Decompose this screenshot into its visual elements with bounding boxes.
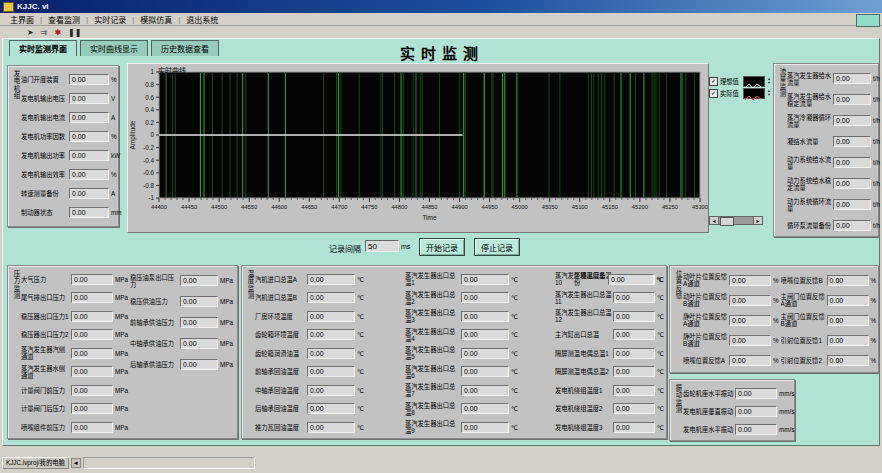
svg-text:44450: 44450 — [181, 204, 197, 210]
status-bar: KJJC.lvproj/我的电脑 ◄ — [0, 456, 882, 469]
field-label: 蒸汽发生器出口总温8 — [405, 402, 461, 416]
field-row: 发电机输出电压0.00V — [21, 89, 122, 108]
field-value: 0.00 — [613, 292, 655, 303]
svg-text:45200: 45200 — [632, 204, 648, 210]
field-label: 引射位置反馈2 — [781, 357, 827, 364]
field-value: 0.00 — [71, 329, 113, 340]
status-scroll-left-icon[interactable]: ◄ — [71, 458, 81, 468]
field-value: 0.00 — [461, 292, 509, 303]
field-label: 发电机输出电压 — [21, 95, 69, 102]
menu-item-5[interactable]: 退出系统 — [180, 14, 224, 25]
field-unit: mm/s — [779, 426, 794, 433]
field-row: 前轴承回油温度0.00℃ — [255, 363, 403, 382]
tab-3[interactable]: 历史数据查看 — [151, 40, 219, 56]
scrollbar-thumb[interactable] — [720, 217, 734, 226]
status-project-label[interactable]: KJJC.lvproj/我的电脑 — [2, 457, 69, 469]
field-unit: t/h — [873, 180, 880, 187]
start-record-button[interactable]: 开始记录 — [419, 238, 465, 256]
field-unit: % — [871, 317, 877, 324]
tab-2[interactable]: 实时曲线显示 — [80, 40, 148, 56]
svg-text:0.8: 0.8 — [145, 81, 154, 88]
field-label: 蒸汽发生器水侧通道 — [21, 365, 71, 379]
menu-item-4[interactable]: 模拟仿真 — [134, 14, 178, 25]
legend-spinner-icon[interactable]: ▲▼ — [767, 89, 771, 97]
field-row: 齿轮箱润滑油温0.00℃ — [255, 344, 403, 363]
field-unit: % — [871, 337, 877, 344]
field-row: 发电机输出功率0.00kW — [21, 146, 122, 165]
field-row: 蒸汽发生器出口总温10.00℃ — [405, 270, 553, 289]
legend-line-swatch[interactable] — [743, 88, 765, 99]
svg-text:1: 1 — [150, 68, 154, 75]
field-value: 0.00 — [71, 311, 113, 322]
field-unit: ℃ — [657, 368, 664, 375]
svg-text:45000: 45000 — [512, 204, 528, 210]
run-continuous-icon[interactable]: ⇉ — [41, 28, 48, 37]
scrollbar-track[interactable] — [719, 216, 753, 225]
field-value: 0.00 — [613, 311, 655, 322]
pause-icon[interactable]: ❚❚ — [68, 28, 81, 37]
field-label: 主阀门位置反馈B通道 — [781, 313, 827, 327]
field-unit: A — [111, 114, 115, 121]
field-value: 0.00 — [833, 94, 871, 105]
field-label: 蒸汽发生器出口总温4 — [405, 328, 461, 342]
field-row: 蒸汽发生器给水流量0.00t/h — [787, 68, 880, 89]
pressure-panel: 压力监测 大气压力0.00MPa尾气排出口压力0.00MPa稳压器出口压力10.… — [7, 265, 238, 439]
svg-text:44950: 44950 — [482, 204, 498, 210]
stop-record-button[interactable]: 停止记录 — [474, 238, 520, 256]
menu-item-2[interactable]: 查看监测 — [42, 14, 86, 25]
field-row: 蒸汽发生器出口总温40.00℃ — [405, 326, 553, 345]
tab-1[interactable]: 实时监测界面 — [9, 40, 77, 56]
field-value: 0.00 — [69, 74, 109, 85]
field-label: 推力瓦回油温度 — [255, 424, 307, 431]
legend-line-swatch[interactable] — [743, 76, 765, 87]
field-value: 0.00 — [71, 274, 113, 285]
generator-panel: 发电机组 油门开度装置0.00%发电机输出电压0.00V发电机输出电流0.00A… — [7, 65, 119, 227]
field-row: 主阀门位置反馈B通道0.00% — [781, 310, 877, 330]
field-label: 计量阀门后压力 — [21, 405, 71, 412]
field-row: 发电机绕组温度30.00℃ — [555, 418, 664, 437]
abort-icon[interactable]: ✱ — [54, 28, 61, 37]
svg-text:-0.6: -0.6 — [143, 169, 154, 176]
field-label: 蒸汽发生器出口总温1 — [405, 272, 461, 286]
field-label: 动力系统给水稳定流量 — [787, 177, 833, 191]
field-unit: % — [871, 357, 877, 364]
tab-strip: 实时监测界面实时曲线显示历史数据查看 — [9, 40, 222, 56]
field-row: 动力系统循环流量0.00t/h — [787, 194, 880, 215]
record-interval-input[interactable] — [365, 240, 399, 252]
field-label: 蒸汽发生器给水稳定流量 — [787, 93, 833, 107]
scroll-right-icon[interactable]: ► — [753, 216, 763, 225]
field-unit: ℃ — [511, 294, 518, 301]
run-icon[interactable]: ➤ — [27, 28, 34, 37]
chart-scrollbar[interactable]: ◄ ► — [709, 216, 763, 225]
field-value: 0.00 — [613, 329, 655, 340]
field-row: 蒸汽发生器出口总温50.00℃ — [405, 344, 553, 363]
field-row: 发电机输出电流0.00A — [21, 108, 122, 127]
field-value: 0.00 — [461, 329, 509, 340]
field-unit: % — [111, 76, 117, 83]
field-label: 凝结水流量 — [787, 138, 833, 145]
field-row: 循环泵流量备份0.00t/h — [787, 215, 880, 236]
legend-spinner-icon[interactable]: ▲▼ — [767, 77, 771, 85]
field-value: 0.00 — [461, 422, 509, 433]
menu-item-1[interactable]: 主界面 — [4, 14, 40, 25]
field-label: 蒸汽发生器出口总温6 — [405, 365, 461, 379]
field-value: 0.00 — [69, 207, 109, 218]
field-label: 动力系统给水流量 — [787, 156, 833, 170]
flow-panel: 流量监测 蒸汽发生器给水流量0.00t/h蒸汽发生器给水稳定流量0.00t/h蒸… — [773, 63, 879, 237]
field-value: 0.00 — [729, 355, 771, 366]
legend-checkbox[interactable]: ✓ — [709, 77, 718, 86]
legend-checkbox[interactable]: ✓ — [709, 89, 718, 98]
field-value: 0.00 — [71, 403, 113, 414]
field-unit: % — [773, 297, 779, 304]
field-value: 0.00 — [461, 385, 509, 396]
field-row: 发电机座水平振动0.00mm/s — [683, 420, 794, 438]
field-row: 推力瓦回油温度0.00℃ — [255, 418, 403, 437]
field-value: 0.00 — [613, 348, 655, 359]
field-label: 静叶片位置反馈B通道 — [683, 333, 729, 347]
field-row: 稳压器出口压力20.00MPa — [21, 326, 128, 345]
svg-text:44550: 44550 — [241, 204, 257, 210]
menu-item-3[interactable]: 实时记录 — [88, 14, 132, 25]
field-value: 0.00 — [833, 199, 871, 210]
scroll-left-icon[interactable]: ◄ — [709, 216, 719, 225]
field-value: 0.00 — [71, 422, 113, 433]
